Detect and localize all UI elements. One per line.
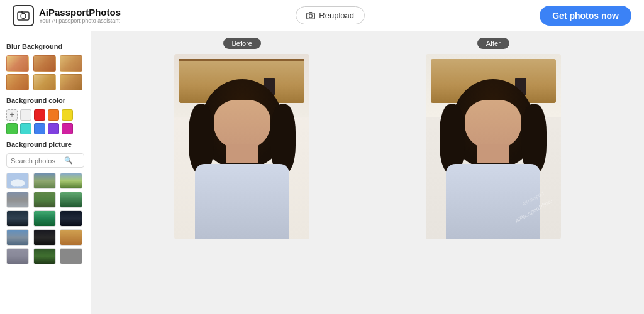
swatch-yellow[interactable] <box>62 109 73 121</box>
blur-thumb-3[interactable] <box>60 55 82 72</box>
before-hair-left <box>189 104 214 173</box>
svg-rect-2 <box>21 11 23 13</box>
color-section-title: Background color <box>6 97 84 104</box>
after-hair-left <box>440 104 465 173</box>
search-input[interactable] <box>11 157 64 165</box>
bg-thumb-grid <box>6 173 84 264</box>
before-neck <box>226 144 258 163</box>
before-cabinet-top <box>179 59 304 61</box>
blur-thumb-grid <box>6 55 84 90</box>
sidebar: Blur Background Background color + Backg… <box>0 31 91 314</box>
bg-thumb-field[interactable] <box>60 173 82 189</box>
bg-thumb-extra[interactable] <box>60 248 82 264</box>
bg-thumb-peaks[interactable] <box>6 192 29 208</box>
after-person <box>443 70 543 239</box>
logo-text-block: AiPassportPhotos Your AI passport photo … <box>39 7 121 24</box>
blur-thumb-1[interactable] <box>6 55 29 72</box>
before-face <box>214 100 270 150</box>
before-photo-frame <box>174 54 309 239</box>
blur-section-title: Blur Background <box>6 43 84 50</box>
after-face <box>465 100 521 150</box>
main-content: Before <box>91 31 644 314</box>
svg-point-8 <box>16 180 25 186</box>
camera-icon <box>306 11 315 20</box>
after-photo-frame: AiPassportPhoto AiPassport <box>426 54 561 239</box>
before-outfit <box>195 164 289 239</box>
before-hair-right <box>270 104 296 173</box>
picture-section-title: Background picture <box>6 141 84 148</box>
add-color-button[interactable]: + <box>6 109 18 121</box>
after-outfit <box>446 164 540 239</box>
bg-thumb-forest2[interactable] <box>33 248 56 264</box>
after-hair-right <box>521 104 547 173</box>
search-icon: 🔍 <box>64 156 73 165</box>
bg-thumb-cloud[interactable] <box>6 173 29 189</box>
bg-thumb-forest[interactable] <box>33 192 56 208</box>
swatch-pink[interactable] <box>62 123 73 134</box>
after-label: After <box>477 38 509 49</box>
bg-thumb-dark2[interactable] <box>33 229 56 246</box>
swatch-teal[interactable] <box>20 123 31 134</box>
get-photos-button[interactable]: Get photos now <box>540 6 631 26</box>
bg-thumb-mountains[interactable] <box>33 173 56 189</box>
blur-thumb-4[interactable] <box>6 74 29 90</box>
before-panel: Before <box>116 38 368 239</box>
bg-thumb-savanna[interactable] <box>60 229 82 246</box>
bg-thumb-tree[interactable] <box>60 192 82 208</box>
header: AiPassportPhotos Your AI passport photo … <box>0 0 644 31</box>
after-panel: After <box>368 38 619 239</box>
svg-rect-3 <box>307 13 315 19</box>
swatch-purple[interactable] <box>48 123 59 134</box>
bg-thumb-night[interactable] <box>60 210 82 227</box>
swatch-green[interactable] <box>6 123 18 134</box>
swatch-orange[interactable] <box>48 109 59 121</box>
bg-thumb-dark[interactable] <box>6 210 29 227</box>
bg-thumb-city[interactable] <box>6 248 29 264</box>
swatch-white[interactable] <box>20 109 31 121</box>
bg-thumb-lake[interactable] <box>6 229 29 246</box>
comparison-area: Before <box>91 31 644 314</box>
blur-thumb-5[interactable] <box>33 74 56 90</box>
before-label: Before <box>223 38 261 49</box>
header-center: Reupload <box>296 6 365 24</box>
svg-point-1 <box>21 13 26 18</box>
swatch-blue[interactable] <box>34 123 45 134</box>
logo-icon <box>13 5 34 26</box>
layout: Blur Background Background color + Backg… <box>0 31 644 314</box>
blur-thumb-6[interactable] <box>60 74 82 90</box>
before-person <box>192 70 292 239</box>
color-swatches: + <box>6 109 84 134</box>
logo-title: AiPassportPhotos <box>39 7 121 18</box>
blur-thumb-2[interactable] <box>33 55 56 72</box>
swatch-red[interactable] <box>34 109 45 121</box>
svg-point-4 <box>309 14 313 18</box>
logo-subtitle: Your AI passport photo assistant <box>39 18 121 24</box>
reupload-button[interactable]: Reupload <box>296 6 365 24</box>
reupload-label: Reupload <box>319 11 354 20</box>
search-bar: 🔍 <box>6 153 84 168</box>
after-neck <box>477 144 509 163</box>
bg-thumb-car[interactable] <box>33 210 56 227</box>
cloud-svg <box>7 173 28 189</box>
logo-area: AiPassportPhotos Your AI passport photo … <box>13 5 121 26</box>
